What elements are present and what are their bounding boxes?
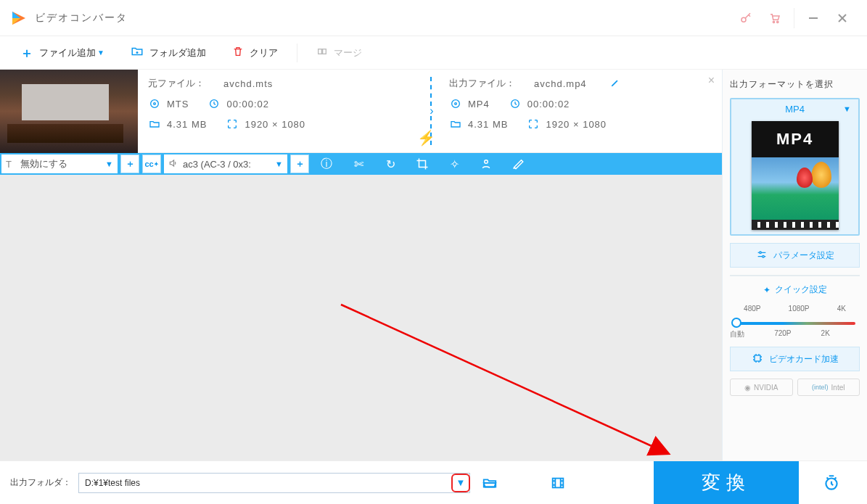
resolution-slider[interactable]: 480P 1080P 4K 自動 720P 2K: [730, 303, 860, 339]
source-duration: 00:00:02: [226, 99, 269, 110]
edit-icon[interactable]: [502, 153, 534, 175]
output-panel: 出力フォーマットを選択 MP4 ▼ MP4 パラメータ設定 ✦ クイック設定 4…: [722, 70, 867, 460]
cart-icon[interactable]: [760, 4, 789, 33]
preset-2k: 2K: [821, 329, 830, 339]
bottom-bar: 出力フォルダ： ▼ 変換: [0, 460, 867, 504]
convert-button[interactable]: 変換: [654, 461, 799, 505]
output-folder-field: ▼: [78, 473, 470, 493]
cc-button[interactable]: cc✦: [142, 154, 161, 173]
intel-badge: (intel)Intel: [797, 379, 860, 396]
output-folder-label: 出力フォルダ：: [10, 476, 71, 489]
text-icon: T: [6, 159, 16, 170]
subtitle-dropdown[interactable]: T 無効にする ▼: [1, 154, 118, 173]
parameter-settings-button[interactable]: パラメータ設定: [730, 243, 860, 268]
edit-toolbar: T 無効にする ▼ ＋ cc✦ ac3 (AC-3 / 0x3: ▼ ＋ ⓘ ✄…: [0, 153, 722, 175]
cut-icon[interactable]: ✄: [342, 153, 374, 175]
app-title: ビデオコンバータ: [35, 12, 128, 25]
disc-icon: [148, 97, 161, 110]
minimize-button[interactable]: [799, 4, 828, 33]
clear-button[interactable]: クリア: [219, 41, 291, 64]
source-resolution: 1920 × 1080: [245, 119, 305, 130]
output-file-label: 出力ファイル：: [449, 77, 515, 90]
eye-icon: ◉: [744, 384, 751, 392]
svg-point-14: [485, 160, 488, 164]
svg-point-15: [759, 252, 761, 254]
watermark-icon[interactable]: [470, 153, 502, 175]
folder-icon: [449, 117, 462, 131]
remove-file-icon[interactable]: ×: [708, 74, 715, 87]
audio-value: ac3 (AC-3 / 0x3:: [183, 159, 251, 170]
info-icon[interactable]: ⓘ: [311, 153, 342, 175]
format-name: MP4: [785, 104, 805, 115]
close-button[interactable]: [828, 4, 857, 33]
output-size: 4.31 MB: [468, 119, 508, 130]
lightning-icon: ⚡: [417, 129, 435, 146]
disc-icon: [449, 97, 462, 110]
format-selector[interactable]: MP4 ▼ MP4: [730, 98, 860, 236]
add-folder-button[interactable]: フォルダ追加: [118, 41, 219, 65]
preset-auto: 自動: [730, 329, 744, 339]
film-icon[interactable]: [546, 471, 570, 495]
sliders-icon: [756, 249, 768, 263]
trash-icon: [232, 46, 244, 59]
preset-480p: 480P: [744, 305, 760, 313]
output-folder-input[interactable]: [79, 478, 451, 488]
output-folder-dropdown[interactable]: ▼: [451, 474, 470, 492]
audio-track-dropdown[interactable]: ac3 (AC-3 / 0x3: ▼: [164, 154, 287, 173]
video-thumbnail[interactable]: [0, 70, 138, 153]
chevron-down-icon: ▼: [105, 160, 113, 168]
gpu-accel-label: ビデオカード加速: [769, 353, 839, 365]
subtitle-value: 無効にする: [20, 157, 67, 170]
add-folder-label: フォルダ追加: [149, 46, 206, 59]
source-file-name: avchd.mts: [223, 78, 273, 89]
svg-rect-6: [319, 49, 322, 54]
svg-rect-7: [323, 49, 326, 54]
folder-icon: [148, 117, 161, 131]
key-icon[interactable]: [731, 4, 760, 33]
svg-point-12: [455, 103, 457, 105]
svg-point-2: [777, 21, 778, 22]
parameter-settings-label: パラメータ設定: [773, 249, 834, 262]
merge-button[interactable]: マージ: [303, 41, 375, 64]
slider-thumb[interactable]: [731, 318, 741, 328]
preset-720p: 720P: [774, 329, 791, 339]
effects-icon[interactable]: ✧: [438, 153, 470, 175]
target-icon: ✦: [763, 285, 771, 295]
open-folder-icon[interactable]: [477, 471, 502, 495]
output-format: MP4: [468, 99, 490, 110]
merge-label: マージ: [334, 46, 362, 59]
add-audio-button[interactable]: ＋: [290, 154, 309, 173]
source-format: MTS: [167, 99, 189, 110]
folder-plus-icon: [131, 45, 144, 60]
clock-icon: [207, 97, 221, 110]
gpu-accel-button[interactable]: ビデオカード加速: [730, 347, 860, 371]
edit-filename-icon[interactable]: [610, 78, 620, 90]
svg-rect-17: [755, 355, 760, 361]
merge-icon: [316, 46, 328, 59]
resolution-icon: [226, 117, 239, 131]
nvidia-badge: ◉NVIDIA: [730, 379, 793, 396]
source-file-label: 元ファイル：: [148, 77, 205, 90]
chip-icon: [752, 352, 763, 366]
quick-settings-title: ✦ クイック設定: [730, 284, 860, 296]
output-duration: 00:00:02: [527, 99, 570, 110]
file-item[interactable]: 元ファイル： avchd.mts MTS 00:00:02 4.31 MB 19…: [0, 70, 722, 153]
output-format-title: 出力フォーマットを選択: [730, 78, 860, 91]
chevron-down-icon: ▼: [275, 160, 283, 168]
svg-point-8: [151, 100, 159, 108]
rotate-icon[interactable]: ↻: [374, 153, 406, 175]
source-size: 4.31 MB: [167, 119, 207, 130]
plus-icon: ＋: [20, 46, 33, 59]
chevron-down-icon: ▼: [843, 104, 851, 113]
add-file-label: ファイル追加: [39, 46, 96, 59]
svg-point-16: [762, 255, 764, 257]
schedule-button[interactable]: [806, 461, 857, 505]
add-subtitle-button[interactable]: ＋: [120, 154, 139, 173]
clock-icon: [509, 97, 522, 110]
crop-icon[interactable]: [406, 153, 438, 175]
dropdown-caret-icon[interactable]: ▼: [97, 49, 104, 57]
add-file-button[interactable]: ＋ ファイル追加 ▼: [7, 42, 118, 64]
svg-point-9: [154, 103, 156, 105]
output-file-name: avchd.mp4: [534, 78, 587, 89]
clear-label: クリア: [250, 46, 278, 59]
